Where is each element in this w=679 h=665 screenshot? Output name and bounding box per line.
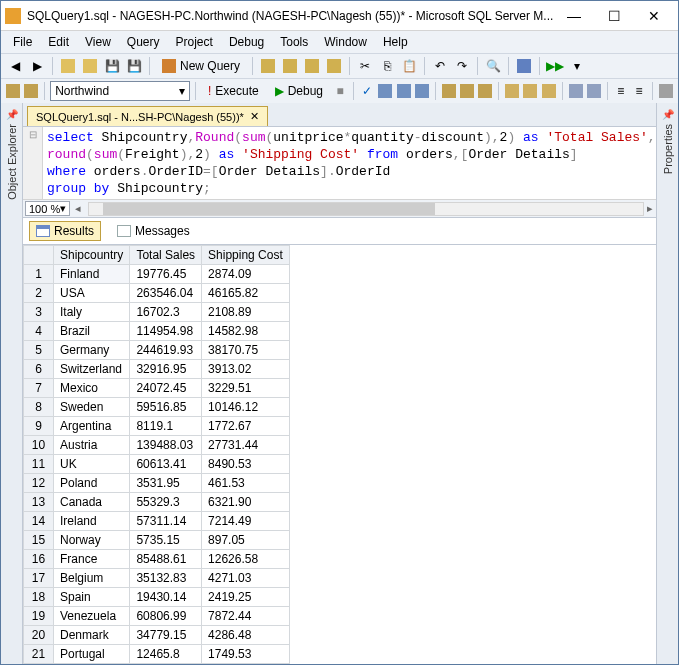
- redo-button[interactable]: ↷: [452, 56, 472, 76]
- table-row[interactable]: 5Germany244619.9338170.75: [24, 341, 290, 360]
- nav-forward-button[interactable]: ▶: [27, 56, 47, 76]
- cell[interactable]: 244619.93: [130, 341, 202, 360]
- row-number[interactable]: 10: [24, 436, 54, 455]
- mdx-query-button[interactable]: [302, 56, 322, 76]
- debug-button[interactable]: ▶Debug: [268, 82, 330, 100]
- cell[interactable]: 2419.25: [202, 588, 290, 607]
- cell[interactable]: 19430.14: [130, 588, 202, 607]
- cell[interactable]: Ireland: [54, 512, 130, 531]
- cell[interactable]: Belgium: [54, 569, 130, 588]
- cell[interactable]: 3229.51: [202, 379, 290, 398]
- cell[interactable]: 60613.41: [130, 455, 202, 474]
- cell[interactable]: 461.53: [202, 474, 290, 493]
- save-all-button[interactable]: 💾: [124, 56, 144, 76]
- options-dropdown[interactable]: ▾: [567, 56, 587, 76]
- cell[interactable]: 7872.44: [202, 607, 290, 626]
- query-options-button[interactable]: [395, 81, 411, 101]
- minimize-button[interactable]: —: [554, 3, 594, 29]
- cell[interactable]: 19776.45: [130, 265, 202, 284]
- cell[interactable]: Mexico: [54, 379, 130, 398]
- cell[interactable]: 2874.09: [202, 265, 290, 284]
- save-button[interactable]: 💾: [102, 56, 122, 76]
- start-button[interactable]: ▶▶: [545, 56, 565, 76]
- results-file-button[interactable]: [540, 81, 556, 101]
- menu-window[interactable]: Window: [316, 33, 375, 51]
- row-number[interactable]: 16: [24, 550, 54, 569]
- menu-debug[interactable]: Debug: [221, 33, 272, 51]
- cell[interactable]: 4286.48: [202, 626, 290, 645]
- undo-button[interactable]: ↶: [430, 56, 450, 76]
- cell[interactable]: Sweden: [54, 398, 130, 417]
- row-number[interactable]: 6: [24, 360, 54, 379]
- column-header[interactable]: Total Sales: [130, 246, 202, 265]
- cell[interactable]: USA: [54, 284, 130, 303]
- close-icon[interactable]: ✕: [250, 110, 259, 123]
- increase-indent-button[interactable]: ≡: [631, 81, 647, 101]
- outline-collapse-icon[interactable]: ⊟: [23, 127, 42, 140]
- row-number[interactable]: 17: [24, 569, 54, 588]
- results-grid-button[interactable]: [522, 81, 538, 101]
- menu-help[interactable]: Help: [375, 33, 416, 51]
- row-number[interactable]: 2: [24, 284, 54, 303]
- object-explorer-tab[interactable]: Object Explorer: [6, 120, 18, 204]
- cell[interactable]: 32916.95: [130, 360, 202, 379]
- cell[interactable]: Canada: [54, 493, 130, 512]
- cell[interactable]: 59516.85: [130, 398, 202, 417]
- column-header[interactable]: Shipcountry: [54, 246, 130, 265]
- cell[interactable]: Denmark: [54, 626, 130, 645]
- intellisense-button[interactable]: [414, 81, 430, 101]
- menu-file[interactable]: File: [5, 33, 40, 51]
- cell[interactable]: Finland: [54, 265, 130, 284]
- table-row[interactable]: 10Austria139488.0327731.44: [24, 436, 290, 455]
- row-number[interactable]: 11: [24, 455, 54, 474]
- uncomment-button[interactable]: [586, 81, 602, 101]
- row-number[interactable]: 21: [24, 645, 54, 664]
- cell[interactable]: 8119.1: [130, 417, 202, 436]
- db-engine-query-button[interactable]: [258, 56, 278, 76]
- cell[interactable]: 3913.02: [202, 360, 290, 379]
- results-tab[interactable]: Results: [29, 221, 101, 241]
- table-row[interactable]: 9Argentina8119.11772.67: [24, 417, 290, 436]
- cell[interactable]: Austria: [54, 436, 130, 455]
- available-db-button[interactable]: [23, 81, 39, 101]
- table-row[interactable]: 11UK60613.418490.53: [24, 455, 290, 474]
- cell[interactable]: 12465.8: [130, 645, 202, 664]
- table-row[interactable]: 15Norway5735.15897.05: [24, 531, 290, 550]
- cell[interactable]: 14582.98: [202, 322, 290, 341]
- table-row[interactable]: 7Mexico24072.453229.51: [24, 379, 290, 398]
- cell[interactable]: 897.05: [202, 531, 290, 550]
- row-number[interactable]: 14: [24, 512, 54, 531]
- cell[interactable]: 60806.99: [130, 607, 202, 626]
- paste-button[interactable]: 📋: [399, 56, 419, 76]
- messages-tab[interactable]: Messages: [111, 222, 196, 240]
- database-combo[interactable]: Northwind▾: [50, 81, 190, 101]
- cell[interactable]: Portugal: [54, 645, 130, 664]
- cell[interactable]: 139488.03: [130, 436, 202, 455]
- activity-monitor-button[interactable]: [514, 56, 534, 76]
- cell[interactable]: 85488.61: [130, 550, 202, 569]
- row-number[interactable]: 18: [24, 588, 54, 607]
- row-number[interactable]: 1: [24, 265, 54, 284]
- menu-view[interactable]: View: [77, 33, 119, 51]
- scroll-right-button[interactable]: ▸: [644, 202, 656, 215]
- analysis-query-button[interactable]: [280, 56, 300, 76]
- results-text-button[interactable]: [504, 81, 520, 101]
- menu-edit[interactable]: Edit: [40, 33, 77, 51]
- find-button[interactable]: 🔍: [483, 56, 503, 76]
- column-header[interactable]: Shipping Cost: [202, 246, 290, 265]
- cell[interactable]: 3531.95: [130, 474, 202, 493]
- table-row[interactable]: 19Venezuela60806.997872.44: [24, 607, 290, 626]
- table-row[interactable]: 4Brazil114954.9814582.98: [24, 322, 290, 341]
- cell[interactable]: 24072.45: [130, 379, 202, 398]
- results-grid[interactable]: ShipcountryTotal SalesShipping Cost 1Fin…: [23, 245, 290, 664]
- table-row[interactable]: 3Italy16702.32108.89: [24, 303, 290, 322]
- table-row[interactable]: 20Denmark34779.154286.48: [24, 626, 290, 645]
- cell[interactable]: 8490.53: [202, 455, 290, 474]
- cell[interactable]: 57311.14: [130, 512, 202, 531]
- menu-query[interactable]: Query: [119, 33, 168, 51]
- cell[interactable]: Italy: [54, 303, 130, 322]
- execute-button[interactable]: !Execute: [201, 82, 266, 100]
- new-project-button[interactable]: [58, 56, 78, 76]
- cell[interactable]: France: [54, 550, 130, 569]
- cell[interactable]: 35132.83: [130, 569, 202, 588]
